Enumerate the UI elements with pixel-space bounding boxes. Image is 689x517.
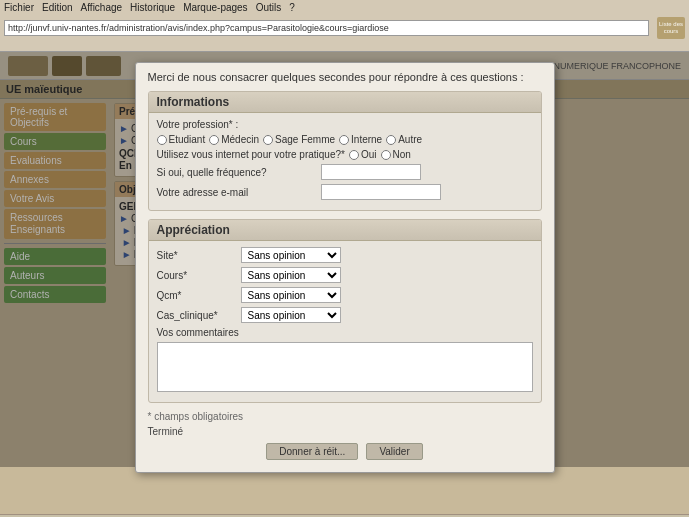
radio-non[interactable]	[381, 150, 391, 160]
cours-label: Cours*	[157, 270, 237, 281]
frequence-input[interactable]	[321, 164, 421, 180]
menu-historique[interactable]: Historique	[130, 2, 175, 13]
menu-affichage[interactable]: Affichage	[81, 2, 123, 13]
profession-interne[interactable]: Interne	[339, 134, 382, 145]
modal-overlay: Merci de nous consacrer quelques seconde…	[0, 52, 689, 467]
internet-radio-group: Oui Non	[349, 149, 411, 160]
modal-box: Merci de nous consacrer quelques seconde…	[135, 62, 555, 473]
qcm-label: Qcm*	[157, 290, 237, 301]
profession-sage-femme[interactable]: Sage Femme	[263, 134, 335, 145]
profession-etudiant[interactable]: Etudiant	[157, 134, 206, 145]
menu-help[interactable]: ?	[289, 2, 295, 13]
profession-radio-group: Etudiant Médecin Sage Femme Interne	[157, 134, 423, 145]
menu-edition[interactable]: Edition	[42, 2, 73, 13]
site-select[interactable]: Sans opinion	[241, 247, 341, 263]
menu-marquepages[interactable]: Marque-pages	[183, 2, 247, 13]
internet-oui[interactable]: Oui	[349, 149, 377, 160]
appreciation-title: Appréciation	[149, 220, 541, 241]
email-label: Votre adresse e-mail	[157, 187, 317, 198]
site-row: Site* Sans opinion	[157, 247, 533, 263]
menu-outils[interactable]: Outils	[256, 2, 282, 13]
qcm-row: Qcm* Sans opinion	[157, 287, 533, 303]
appreciation-body: Site* Sans opinion Cours* Sans opinion Q…	[149, 241, 541, 402]
appreciation-section: Appréciation Site* Sans opinion Cours* S…	[148, 219, 542, 403]
radio-oui[interactable]	[349, 150, 359, 160]
radio-sage-femme[interactable]	[263, 135, 273, 145]
menu-bar: Fichier Edition Affichage Historique Mar…	[0, 0, 689, 15]
radio-etudiant[interactable]	[157, 135, 167, 145]
address-input[interactable]	[4, 20, 649, 36]
commentaires-row: Vos commentaires	[157, 327, 533, 392]
profession-medecin[interactable]: Médecin	[209, 134, 259, 145]
address-bar: Liste des cours	[0, 15, 689, 41]
btn-retour[interactable]: Donner à réit...	[266, 443, 358, 460]
frequence-row: Si oui, quelle fréquence?	[157, 164, 533, 180]
btn-valider[interactable]: Valider	[366, 443, 422, 460]
modal-buttons: Donner à réit... Valider	[148, 443, 542, 460]
cours-row: Cours* Sans opinion	[157, 267, 533, 283]
commentaires-textarea[interactable]	[157, 342, 533, 392]
browser-chrome: Fichier Edition Affichage Historique Mar…	[0, 0, 689, 52]
commentaires-label: Vos commentaires	[157, 327, 239, 338]
informations-body: Votre profession* : Etudiant Médecin	[149, 113, 541, 210]
informations-section: Informations Votre profession* : Etudian…	[148, 91, 542, 211]
qcm-select[interactable]: Sans opinion	[241, 287, 341, 303]
internet-label: Utilisez vous internet pour votre pratiq…	[157, 149, 345, 160]
browser-logo: Liste des cours	[657, 17, 685, 39]
profession-label: Votre profession* :	[157, 119, 317, 130]
cours-select[interactable]: Sans opinion	[241, 267, 341, 283]
email-input[interactable]	[321, 184, 441, 200]
required-note: * champs obligatoires	[148, 411, 542, 422]
termine-label: Terminé	[148, 426, 542, 437]
cas-clinique-select[interactable]: Sans opinion	[241, 307, 341, 323]
radio-interne[interactable]	[339, 135, 349, 145]
menu-fichier[interactable]: Fichier	[4, 2, 34, 13]
radio-medecin[interactable]	[209, 135, 219, 145]
profession-row: Votre profession* : Etudiant Médecin	[157, 119, 533, 145]
modal-intro: Merci de nous consacrer quelques seconde…	[148, 71, 542, 83]
cas-clinique-row: Cas_clinique* Sans opinion	[157, 307, 533, 323]
cas-clinique-label: Cas_clinique*	[157, 310, 237, 321]
informations-title: Informations	[149, 92, 541, 113]
internet-non[interactable]: Non	[381, 149, 411, 160]
profession-autre[interactable]: Autre	[386, 134, 422, 145]
internet-row: Utilisez vous internet pour votre pratiq…	[157, 149, 533, 160]
frequence-label: Si oui, quelle fréquence?	[157, 167, 317, 178]
email-row: Votre adresse e-mail	[157, 184, 533, 200]
radio-autre[interactable]	[386, 135, 396, 145]
site-label: Site*	[157, 250, 237, 261]
